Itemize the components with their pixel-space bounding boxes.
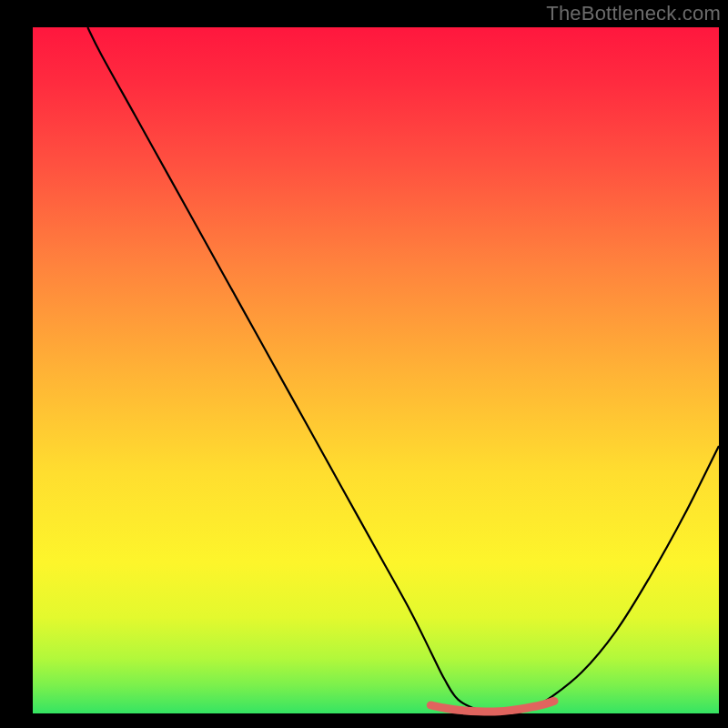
bottleneck-chart: [0, 0, 728, 728]
chart-stage: TheBottleneck.com: [0, 0, 728, 728]
watermark-text: TheBottleneck.com: [546, 2, 721, 25]
plot-background: [33, 27, 719, 713]
